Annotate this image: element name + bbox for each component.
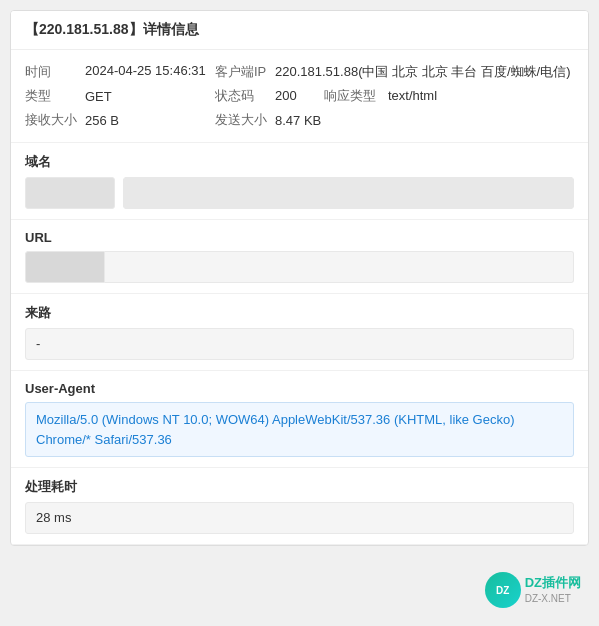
panel-title: 【220.181.51.88】详情信息	[11, 11, 588, 50]
status-label: 状态码	[215, 84, 275, 108]
user-agent-box: Mozilla/5.0 (Windows NT 10.0; WOW64) App…	[25, 402, 574, 457]
send-value: 8.47 KB	[275, 108, 574, 132]
user-agent-label: User-Agent	[25, 381, 574, 396]
user-agent-value: Mozilla/5.0 (Windows NT 10.0; WOW64) App…	[36, 412, 515, 447]
client-ip-value: 220.181.51.88(中国 北京 北京 丰台 百度/蜘蛛/电信)	[275, 60, 574, 84]
process-time-value: 28 ms	[25, 502, 574, 534]
referrer-section: 来路 -	[11, 294, 588, 371]
type-label: 类型	[25, 84, 85, 108]
domain-label: 域名	[25, 153, 574, 171]
url-value-short	[25, 251, 105, 283]
domain-row	[25, 177, 574, 209]
recv-value: 256 B	[85, 108, 215, 132]
type-value: GET	[85, 84, 215, 108]
url-value-long	[105, 251, 574, 283]
referrer-label: 来路	[25, 304, 574, 322]
recv-label: 接收大小	[25, 108, 85, 132]
domain-value-short	[25, 177, 115, 209]
send-label: 发送大小	[215, 108, 275, 132]
process-time-label: 处理耗时	[25, 478, 574, 496]
detail-panel: 【220.181.51.88】详情信息 时间 2024-04-25 15:46:…	[10, 10, 589, 546]
response-type-label: 响应类型	[324, 88, 376, 103]
status-value: 200	[275, 88, 297, 103]
url-label: URL	[25, 230, 574, 245]
url-section: URL	[11, 220, 588, 294]
panel-body: 时间 2024-04-25 15:46:31 客户端IP 220.181.51.…	[11, 50, 588, 545]
user-agent-section: User-Agent Mozilla/5.0 (Windows NT 10.0;…	[11, 371, 588, 468]
basic-info-section: 时间 2024-04-25 15:46:31 客户端IP 220.181.51.…	[11, 50, 588, 143]
url-row	[25, 251, 574, 283]
referrer-value: -	[25, 328, 574, 360]
client-ip-label: 客户端IP	[215, 60, 275, 84]
time-label: 时间	[25, 60, 85, 84]
response-type-value: text/html	[388, 88, 437, 103]
domain-section: 域名	[11, 143, 588, 220]
domain-value-long	[123, 177, 574, 209]
process-time-section: 处理耗时 28 ms	[11, 468, 588, 545]
time-value: 2024-04-25 15:46:31	[85, 60, 215, 84]
panel-title-text: 【220.181.51.88】详情信息	[25, 21, 199, 37]
